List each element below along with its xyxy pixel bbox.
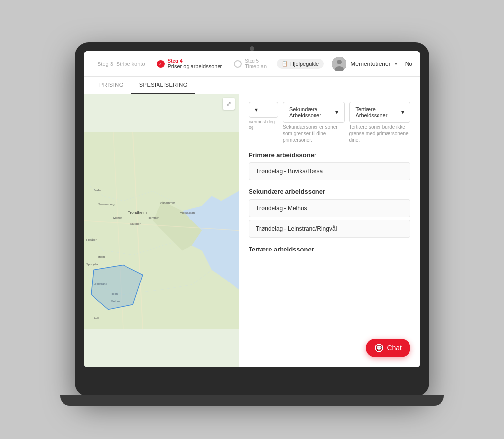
secondary-dropdown-wrapper: Sekundære Arbeidssoner ▾ Sekundærsoner e… — [283, 102, 345, 143]
sub-navigation: PRISING SPESIALISERING — [84, 77, 420, 94]
laptop-frame: Steg 3 Stripe konto ✓ Steg 4 Priser og a… — [75, 42, 429, 397]
app-container: Steg 3 Stripe konto ✓ Steg 4 Priser og a… — [84, 51, 420, 367]
laptop-screen: Steg 3 Stripe konto ✓ Steg 4 Priser og a… — [84, 51, 420, 367]
secondary-dropdown-chevron: ▾ — [335, 109, 338, 116]
svg-text:Ittem: Ittem — [98, 255, 105, 258]
svg-point-1 — [337, 60, 342, 64]
step-5-number: Steg 5 — [245, 58, 267, 63]
step-4[interactable]: ✓ Steg 4 Priser og arbeidssoner — [151, 58, 228, 69]
secondary-zone-item-2-label: Trøndelag - Leinstrand/Ringvål — [256, 225, 337, 232]
svg-text:Sluppen: Sluppen — [130, 222, 141, 225]
svg-text:Flatåsen: Flatåsen — [86, 238, 97, 241]
step-5[interactable]: Steg 5 Timeplan — [228, 58, 273, 69]
svg-text:Sverresborg: Sverresborg — [98, 203, 115, 206]
avatar — [332, 57, 346, 71]
user-section: Mementotrener ▾ No — [332, 57, 412, 71]
laptop-camera — [250, 46, 254, 51]
step-4-label: Priser og arbeidssoner — [168, 63, 222, 69]
tab-prising[interactable]: PRISING — [92, 77, 131, 94]
primary-zone-item-1: Trøndelag - Buvika/Børsa — [249, 162, 410, 180]
expand-icon: ⤢ — [226, 100, 231, 107]
step-3-number: Steg 3 — [97, 61, 113, 67]
map-container: Trondheim Trolla Vikhammer Midtsandan Sv… — [84, 94, 239, 367]
tertiary-dropdown-chevron: ▾ — [401, 109, 404, 116]
secondary-zone-item-1-label: Trøndelag - Melhus — [256, 205, 307, 212]
svg-text:Moholt: Moholt — [113, 216, 122, 219]
primary-dropdown-chevron: ▾ — [255, 106, 258, 113]
main-content: Trondheim Trolla Vikhammer Midtsandan Sv… — [84, 94, 420, 367]
secondary-dropdown-hint: Sekundærsoner er soner som grenser til d… — [283, 124, 345, 143]
chat-bubble-icon: 💬 — [375, 344, 383, 352]
svg-text:Spongdal: Spongdal — [86, 263, 98, 266]
tertiary-dropdown[interactable]: Tertiære Arbeidssoner ▾ — [349, 102, 411, 123]
chat-button[interactable]: 💬 Chat — [366, 339, 410, 357]
chat-label: Chat — [387, 344, 402, 352]
header: Steg 3 Stripe konto ✓ Steg 4 Priser og a… — [84, 51, 420, 77]
right-panel: ▾ nærmest deg og Sekundære Arbeidssoner … — [239, 94, 420, 367]
map-panel: Trondheim Trolla Vikhammer Midtsandan Sv… — [84, 94, 239, 367]
step-4-number: Steg 4 — [168, 58, 222, 63]
svg-text:Midtsandan: Midtsandan — [180, 211, 195, 214]
svg-text:Hommen: Hommen — [148, 216, 159, 219]
tab-spesialisering[interactable]: SPESIALISERING — [131, 77, 195, 94]
svg-text:Trolla: Trolla — [94, 189, 101, 192]
language-selector[interactable]: No — [405, 61, 412, 67]
primary-zone-item-1-label: Trøndelag - Buvika/Børsa — [256, 168, 323, 175]
primary-dropdown-hint: nærmest deg og — [249, 119, 278, 130]
primary-zones-title: Primære arbeidssoner — [249, 151, 410, 158]
secondary-dropdown-label: Sekundære Arbeidssoner — [289, 106, 335, 118]
svg-text:Vikhammer: Vikhammer — [160, 201, 175, 204]
dropdowns-row: ▾ nærmest deg og Sekundære Arbeidssoner … — [249, 102, 410, 143]
laptop-base — [60, 395, 444, 406]
secondary-zones-title: Sekundære arbeidssoner — [249, 188, 410, 195]
step-3-label: Stripe konto — [116, 61, 145, 67]
avatar-image — [332, 57, 346, 71]
secondary-zone-item-1: Trøndelag - Melhus — [249, 199, 410, 217]
help-guide-badge[interactable]: 📋 Hjelpeguide — [277, 59, 324, 69]
svg-text:Kvål: Kvål — [94, 317, 99, 320]
chat-icon-inner: 💬 — [376, 345, 382, 351]
step-3[interactable]: Steg 3 Stripe konto — [92, 61, 151, 67]
primary-dropdown[interactable]: ▾ — [249, 102, 278, 118]
help-icon: 📋 — [282, 61, 288, 67]
primary-dropdown-wrapper: ▾ nærmest deg og — [249, 102, 278, 143]
tertiary-dropdown-wrapper: Tertiære Arbeidssoner ▾ Tertiære soner b… — [349, 102, 411, 143]
chevron-down-icon[interactable]: ▾ — [395, 61, 397, 66]
secondary-zone-item-2: Trøndelag - Leinstrand/Ringvål — [249, 220, 410, 238]
user-name: Mementotrener — [350, 61, 390, 67]
tertiary-dropdown-label: Tertiære Arbeidssoner — [356, 106, 402, 118]
tertiary-dropdown-hint: Tertiære soner burde ikke grense med pri… — [349, 124, 411, 143]
tertiary-zones-title: Tertære arbeidssoner — [249, 246, 410, 253]
secondary-dropdown[interactable]: Sekundære Arbeidssoner ▾ — [283, 102, 345, 123]
expand-map-button[interactable]: ⤢ — [223, 98, 235, 110]
map-svg: Trondheim Trolla Vikhammer Midtsandan Sv… — [84, 94, 239, 367]
step-4-content: Steg 4 Priser og arbeidssoner — [168, 58, 222, 69]
step-5-circle-icon — [234, 60, 242, 68]
step-4-check-icon: ✓ — [157, 60, 165, 68]
step-5-content: Steg 5 Timeplan — [245, 58, 267, 69]
help-label: Hjelpeguide — [290, 61, 319, 67]
step-5-label: Timeplan — [245, 63, 267, 69]
svg-text:Trondheim: Trondheim — [128, 210, 147, 215]
